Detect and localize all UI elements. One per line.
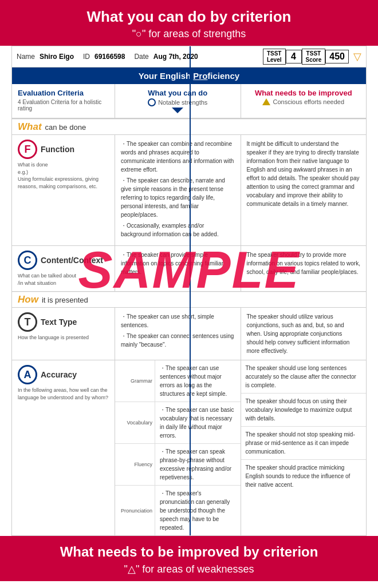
accuracy-pronunciation-improve-row: The speaker should practice mimicking En… (241, 459, 367, 492)
accuracy-grammar-improve: The speaker should use long sentences ac… (241, 360, 367, 393)
section-what-header: What can be done (12, 119, 366, 135)
accuracy-label-cell: A Accuracy In the following areas, how w… (12, 360, 115, 535)
content-can-do: ・The speaker can provide simple informat… (115, 246, 241, 291)
accuracy-grammar-cando: ・The speaker can use sentences without m… (155, 360, 241, 402)
texttype-name: Text Type (41, 317, 77, 327)
circle-icon (148, 98, 156, 106)
texttype-label-cell: T Text Type How the language is presente… (12, 308, 115, 360)
accuracy-row: A Accuracy In the following areas, how w… (12, 360, 366, 535)
top-banner-title: What you can do by criterion (11, 8, 367, 26)
accuracy-fluency-row: Fluency ・The speaker can speak phrase-by… (115, 443, 241, 485)
texttype-name-row: T Text Type (18, 312, 109, 332)
accuracy-vocabulary-improve: The speaker should focus on using their … (241, 394, 367, 426)
eval-criteria-cell: Evaluation Criteria 4 Evaluation Criteri… (12, 84, 115, 118)
eval-criteria-title: Evaluation Criteria (18, 89, 109, 98)
can-do-col-sub: Notable strengths (121, 98, 235, 106)
bottom-banner-title: What needs to be improved by criterion (11, 544, 367, 561)
function-name-row: F Function (18, 140, 109, 159)
proficiency-bar: Your English Proficiency (12, 67, 366, 84)
function-desc: What is done e.g.) Using formulaic expre… (18, 161, 109, 190)
accuracy-grammar-label: Grammar (115, 360, 155, 402)
texttype-improve: The speaker should utilize various conju… (241, 308, 367, 360)
accuracy-pronunciation-improve: The speaker should practice mimicking En… (241, 460, 367, 492)
can-do-col-title: What you can do (121, 89, 235, 97)
how-word: How (18, 294, 38, 305)
function-icon: F (18, 140, 37, 159)
tsst-score-label: TSSTScore (302, 49, 326, 65)
accuracy-name-row: A Accuracy (18, 365, 109, 384)
bottom-banner: What needs to be improved by criterion "… (0, 536, 378, 581)
date-label: Date (134, 53, 148, 61)
improve-subtitle: Conscious efforts needed (273, 98, 344, 105)
content-desc-what: What can be talked about (18, 272, 109, 280)
triangle-icon (262, 98, 270, 105)
top-banner: What you can do by criterion "○" for are… (0, 0, 378, 46)
eval-row: Evaluation Criteria 4 Evaluation Criteri… (12, 84, 366, 119)
texttype-improve-text: The speaker should utilize various conju… (247, 312, 361, 355)
accuracy-pronunciation-row: Pronunciation ・The speaker's pronunciati… (115, 485, 241, 535)
top-banner-subtitle: "○" for areas of strengths (11, 28, 367, 40)
section-how-rest: it is presented (42, 296, 88, 304)
vertical-divider (190, 46, 191, 535)
section-what-rest: can be done (45, 123, 86, 132)
accuracy-vocabulary-label: Vocabulary (115, 402, 155, 443)
accuracy-improve-col: The speaker should use long sentences ac… (241, 360, 367, 535)
accuracy-name: Accuracy (41, 370, 77, 379)
tsst-box: TSSTLevel 4 TSSTScore 450 ▽ (263, 49, 361, 65)
texttype-row: T Text Type How the language is presente… (12, 308, 366, 360)
texttype-can-do-1: ・The speaker can use short, simple sente… (121, 312, 235, 329)
texttype-desc: How the language is presented (18, 334, 109, 341)
accuracy-vocabulary-improve-row: The speaker should focus on using their … (241, 393, 367, 426)
what-word: What (18, 121, 42, 133)
content-improve: The speaker should try to provide more i… (241, 246, 367, 291)
accuracy-can-do-col: Grammar ・The speaker can use sentences w… (115, 360, 241, 535)
content-name-row: C Content/Context (18, 251, 109, 270)
accuracy-grammar-row: Grammar ・The speaker can use sentences w… (115, 360, 241, 402)
function-can-do-3: ・Occasionally, examples and/or backgroun… (121, 221, 235, 239)
texttype-desc-what: How the language is presented (18, 334, 109, 341)
content-icon: C (18, 251, 37, 270)
tsst-level-value: 4 (286, 50, 302, 63)
accuracy-desc: In the following areas, how well can the… (18, 387, 109, 401)
function-can-do-1: ・The speaker can combine and recombine w… (121, 140, 235, 174)
tsst-score-value: 450 (325, 50, 349, 63)
function-desc-detail: Using formulaic expressions, giving reas… (18, 176, 109, 190)
content-can-do-1: ・The speaker can provide simple informat… (121, 251, 235, 276)
date-value: Aug 7th, 2020 (153, 53, 198, 61)
function-name: Function (41, 145, 74, 154)
name-value: Shiro Eigo (40, 53, 74, 61)
accuracy-pronunciation-label: Pronunciation (115, 486, 155, 535)
accuracy-fluency-label: Fluency (115, 444, 155, 485)
id-value: 69166598 (94, 53, 125, 61)
function-improve-text: It might be difficult to understand the … (247, 140, 361, 208)
improve-header-cell: What needs to be improved Conscious effo… (241, 84, 367, 118)
accuracy-vocabulary-cando: ・The speaker can use basic vocabulary th… (155, 402, 241, 443)
texttype-icon: T (18, 312, 37, 332)
improve-col-sub: Conscious efforts needed (247, 98, 361, 105)
proficiency-title: Your English Proficiency (139, 71, 239, 81)
function-desc-what: What is done (18, 161, 109, 169)
accuracy-grammar-improve-row: The speaker should use long sentences ac… (241, 360, 367, 393)
eval-criteria-subtitle: 4 Evaluation Criteria for a holistic rat… (18, 99, 109, 112)
content-desc: What can be talked about /in what situat… (18, 272, 109, 287)
document: SAMPLE Name Shiro Eigo ID 69166598 Date … (11, 46, 367, 536)
section-how-header: How it is presented (12, 292, 366, 308)
accuracy-icon: A (18, 365, 37, 384)
function-desc-eg: e.g.) (18, 169, 109, 176)
function-can-do-2: ・The speaker can describe, narrate and g… (121, 176, 235, 219)
function-can-do: ・The speaker can combine and recombine w… (115, 135, 241, 245)
id-label: ID (83, 53, 90, 61)
content-label-cell: C Content/Context What can be talked abo… (12, 246, 115, 291)
improve-col-title: What needs to be improved (247, 89, 361, 97)
can-do-subtitle: Notable strengths (158, 99, 207, 106)
doc-header: Name Shiro Eigo ID 69166598 Date Aug 7th… (12, 46, 366, 67)
texttype-can-do: ・The speaker can use short, simple sente… (115, 308, 241, 360)
accuracy-fluency-improve: The speaker should not stop speaking mid… (241, 427, 367, 459)
name-label: Name (17, 53, 35, 61)
tsst-level-label: TSSTLevel (263, 49, 286, 65)
can-do-header-cell: What you can do Notable strengths (115, 84, 241, 118)
content-improve-text: The speaker should try to provide more i… (247, 251, 361, 276)
texttype-can-do-2: ・The speaker can connect sentences using… (121, 332, 235, 349)
content-name: Content/Context (41, 256, 103, 265)
funnel-icon: ▽ (353, 50, 361, 63)
